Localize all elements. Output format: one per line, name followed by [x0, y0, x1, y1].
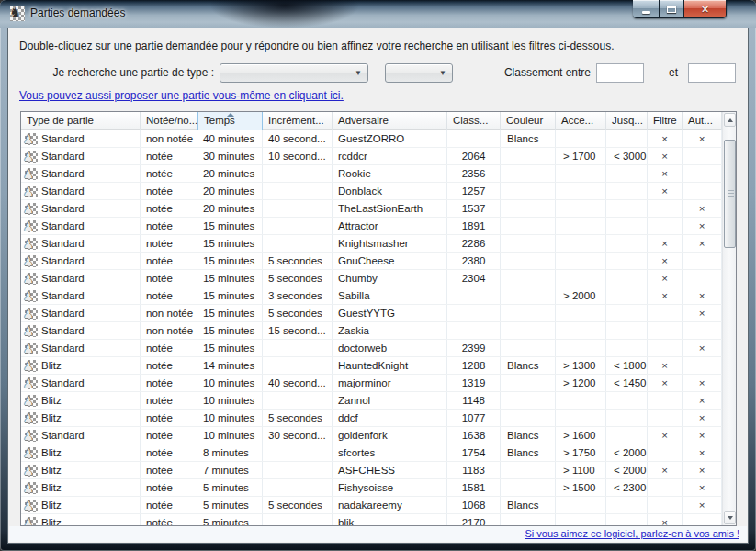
scroll-up-button[interactable] — [724, 113, 736, 127]
up-arrow-icon — [728, 118, 733, 122]
column-header-adversaire[interactable]: Adversaire — [333, 112, 447, 130]
cell-adversaire: Chumby — [333, 270, 447, 287]
chess-piece-icon — [25, 308, 38, 320]
game-row[interactable]: Standardnotée30 minutes10 second...rcddc… — [21, 148, 722, 165]
cell-jusq — [606, 305, 648, 321]
game-type-select[interactable]: ▼ — [220, 63, 368, 83]
cell-adversaire: Fishysoisse — [333, 479, 447, 496]
cell-classement: 2304 — [447, 270, 501, 287]
cell-acce — [556, 130, 606, 147]
cell-adversaire: Rookie — [333, 165, 447, 182]
game-row[interactable]: Standardnotée15 minutesdoctorweb2399× — [21, 340, 722, 357]
cell-temps: 20 minutes — [197, 200, 263, 217]
cell-aut: × — [683, 340, 722, 356]
game-row[interactable]: Standardnotée15 minutes5 secondesGnuChee… — [21, 253, 722, 270]
game-row[interactable]: Standardnotée20 minutesTheLastSionEarth1… — [21, 200, 722, 218]
game-row[interactable]: Standardnotée15 minutes3 secondesSabilla… — [21, 287, 722, 305]
game-row[interactable]: Standardnotée15 minutesAttractor1891× — [21, 218, 722, 235]
game-row[interactable]: Standardnon notée15 minutes15 second...Z… — [21, 322, 722, 340]
column-header-couleur[interactable]: Couleur — [501, 112, 556, 130]
cell-acce — [556, 514, 606, 526]
cell-adversaire: ddcf — [333, 410, 447, 426]
share-link[interactable]: Si vous aimez ce logiciel, parlez-en à v… — [525, 528, 739, 539]
column-header-acce[interactable]: Acce... — [556, 112, 606, 130]
minimize-button[interactable] — [633, 0, 660, 18]
chess-piece-icon — [25, 360, 38, 372]
cell-increment: 5 secondes — [263, 253, 333, 269]
cell-jusq — [606, 287, 648, 304]
column-header-temps[interactable]: Temps — [197, 112, 263, 130]
cell-temps: 20 minutes — [197, 165, 263, 182]
chess-piece-icon — [25, 168, 38, 180]
cell-acce: > 1500 — [556, 479, 606, 496]
cell-couleur — [501, 183, 556, 199]
cell-notee: notée — [141, 200, 197, 217]
cell-filtre — [648, 479, 683, 496]
column-header-jusq[interactable]: Jusq... — [606, 112, 648, 130]
maximize-button[interactable] — [659, 0, 684, 18]
game-row[interactable]: Blitznotée10 minutesZannol1148× — [21, 392, 722, 410]
cell-increment: 30 second... — [263, 427, 333, 444]
cell-adversaire: nadakareemy — [333, 497, 447, 513]
cell-jusq — [606, 497, 648, 513]
column-header-type[interactable]: Type de partie — [21, 112, 141, 130]
titlebar[interactable]: Parties demandées ✕ — [0, 0, 756, 28]
cell-temps: 10 minutes — [197, 410, 263, 426]
cell-acce: > 1700 — [556, 148, 606, 164]
cell-increment: 10 second... — [263, 148, 333, 164]
game-row[interactable]: Standardnotée10 minutes30 second...golde… — [21, 427, 722, 444]
cell-jusq: < 2000 — [606, 462, 648, 478]
cell-couleur — [501, 322, 556, 339]
chess-piece-icon — [25, 273, 38, 285]
cell-aut — [683, 165, 722, 182]
game-row[interactable]: Blitznotée8 minutessfcortes1754Blancs> 1… — [21, 444, 722, 462]
propose-game-link[interactable]: Vous pouvez aussi proposer une partie vo… — [19, 89, 344, 102]
game-row[interactable]: Standardnotée20 minutesDonblack1257× — [21, 183, 722, 200]
game-row[interactable]: Standardnotée10 minutes40 second...major… — [21, 375, 722, 392]
game-row[interactable]: Standardnotée20 minutesRookie2356× — [21, 165, 722, 183]
cell-type: Standard — [21, 340, 141, 356]
game-row[interactable]: Standardnotée15 minutesKnightsmasher2286… — [21, 235, 722, 253]
scroll-down-button[interactable] — [724, 511, 736, 524]
cell-classement: 1319 — [447, 375, 501, 391]
column-header-classement[interactable]: Class... — [447, 112, 501, 130]
cell-classement: 1581 — [447, 479, 501, 496]
game-row[interactable]: Blitznotée5 minutesFishysoisse1581> 1500… — [21, 479, 722, 497]
game-row[interactable]: Standardnotée15 minutes5 secondesChumby2… — [21, 270, 722, 287]
game-row[interactable]: Blitznotée5 minutesblik2170× — [21, 514, 722, 526]
secondary-select[interactable]: ▼ — [385, 63, 453, 83]
game-row[interactable]: Blitznotée5 minutes5 secondesnadakareemy… — [21, 497, 722, 514]
cell-couleur — [501, 375, 556, 391]
cell-filtre — [648, 410, 683, 426]
game-row[interactable]: Standardnon notée15 minutes5 secondesGue… — [21, 305, 722, 322]
cell-classement: 1068 — [447, 497, 501, 513]
cell-couleur: Blancs — [501, 130, 556, 147]
game-row[interactable]: Blitznotée14 minutesHauntedKnight1288Bla… — [21, 357, 722, 375]
column-header-aut[interactable]: Aut... — [683, 112, 722, 130]
cell-temps: 7 minutes — [197, 462, 263, 478]
cell-aut: × — [683, 462, 722, 478]
close-button[interactable]: ✕ — [683, 0, 727, 18]
cell-increment — [263, 235, 333, 252]
chess-piece-icon — [25, 203, 38, 215]
column-header-increment[interactable]: Incrément... — [263, 112, 333, 130]
cell-type: Blitz — [21, 392, 141, 409]
cell-filtre — [648, 444, 683, 461]
chess-piece-icon — [25, 186, 38, 197]
game-row[interactable]: Standardnon notée40 minutes40 second...G… — [21, 130, 722, 148]
cell-acce — [556, 183, 606, 199]
game-row[interactable]: Blitznotée10 minutes5 secondesddcf1077× — [21, 410, 722, 427]
cell-couleur — [501, 200, 556, 217]
vertical-scrollbar[interactable] — [722, 112, 736, 525]
rating-max-input[interactable] — [688, 63, 736, 83]
column-header-filtre[interactable]: Filtre — [648, 112, 683, 130]
game-row[interactable]: Blitznotée7 minutesASFCHESS1183> 1100< 2… — [21, 462, 722, 479]
cell-temps: 15 minutes — [197, 287, 263, 304]
cell-notee: notée — [141, 357, 197, 374]
scroll-thumb[interactable] — [724, 140, 736, 248]
cell-adversaire: blik — [333, 514, 447, 526]
cell-aut — [683, 253, 722, 269]
column-header-notee[interactable]: Notée/no... — [141, 112, 197, 130]
cell-jusq — [606, 183, 648, 199]
rating-min-input[interactable] — [596, 63, 644, 83]
